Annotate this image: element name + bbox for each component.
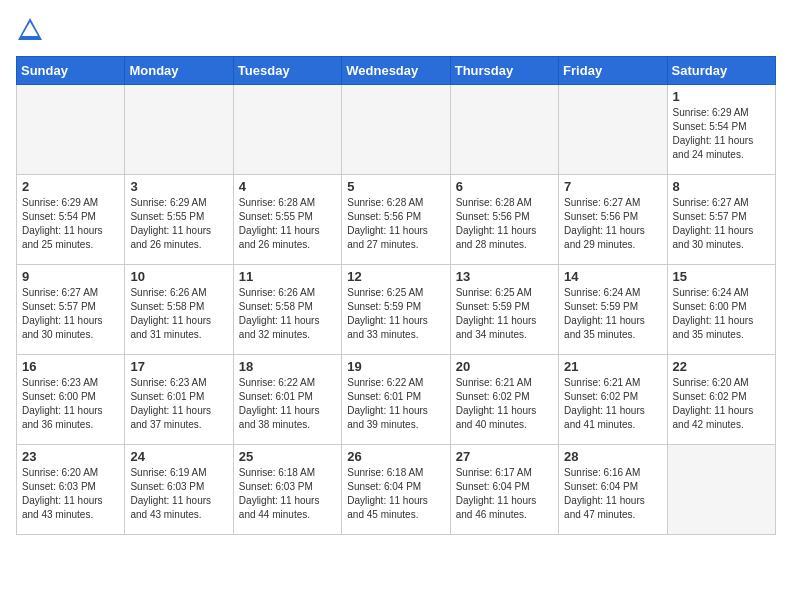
day-header-sunday: Sunday bbox=[17, 57, 125, 85]
day-number: 6 bbox=[456, 179, 553, 194]
day-cell: 7Sunrise: 6:27 AMSunset: 5:56 PMDaylight… bbox=[559, 175, 667, 265]
day-number: 25 bbox=[239, 449, 336, 464]
day-cell: 26Sunrise: 6:18 AMSunset: 6:04 PMDayligh… bbox=[342, 445, 450, 535]
day-cell: 17Sunrise: 6:23 AMSunset: 6:01 PMDayligh… bbox=[125, 355, 233, 445]
day-cell: 19Sunrise: 6:22 AMSunset: 6:01 PMDayligh… bbox=[342, 355, 450, 445]
day-header-wednesday: Wednesday bbox=[342, 57, 450, 85]
day-info: Sunrise: 6:21 AMSunset: 6:02 PMDaylight:… bbox=[456, 376, 553, 432]
day-cell: 15Sunrise: 6:24 AMSunset: 6:00 PMDayligh… bbox=[667, 265, 775, 355]
day-info: Sunrise: 6:25 AMSunset: 5:59 PMDaylight:… bbox=[456, 286, 553, 342]
day-cell: 1Sunrise: 6:29 AMSunset: 5:54 PMDaylight… bbox=[667, 85, 775, 175]
day-number: 2 bbox=[22, 179, 119, 194]
day-cell: 23Sunrise: 6:20 AMSunset: 6:03 PMDayligh… bbox=[17, 445, 125, 535]
empty-cell bbox=[342, 85, 450, 175]
empty-cell bbox=[559, 85, 667, 175]
day-header-monday: Monday bbox=[125, 57, 233, 85]
day-cell: 28Sunrise: 6:16 AMSunset: 6:04 PMDayligh… bbox=[559, 445, 667, 535]
day-cell: 10Sunrise: 6:26 AMSunset: 5:58 PMDayligh… bbox=[125, 265, 233, 355]
day-info: Sunrise: 6:27 AMSunset: 5:56 PMDaylight:… bbox=[564, 196, 661, 252]
day-info: Sunrise: 6:29 AMSunset: 5:54 PMDaylight:… bbox=[673, 106, 770, 162]
day-cell: 12Sunrise: 6:25 AMSunset: 5:59 PMDayligh… bbox=[342, 265, 450, 355]
day-info: Sunrise: 6:17 AMSunset: 6:04 PMDaylight:… bbox=[456, 466, 553, 522]
empty-cell bbox=[233, 85, 341, 175]
empty-cell bbox=[667, 445, 775, 535]
day-number: 19 bbox=[347, 359, 444, 374]
day-number: 10 bbox=[130, 269, 227, 284]
empty-cell bbox=[450, 85, 558, 175]
day-info: Sunrise: 6:28 AMSunset: 5:56 PMDaylight:… bbox=[456, 196, 553, 252]
day-number: 16 bbox=[22, 359, 119, 374]
day-cell: 20Sunrise: 6:21 AMSunset: 6:02 PMDayligh… bbox=[450, 355, 558, 445]
day-number: 18 bbox=[239, 359, 336, 374]
day-info: Sunrise: 6:23 AMSunset: 6:00 PMDaylight:… bbox=[22, 376, 119, 432]
day-number: 17 bbox=[130, 359, 227, 374]
day-cell: 25Sunrise: 6:18 AMSunset: 6:03 PMDayligh… bbox=[233, 445, 341, 535]
day-number: 5 bbox=[347, 179, 444, 194]
day-info: Sunrise: 6:18 AMSunset: 6:03 PMDaylight:… bbox=[239, 466, 336, 522]
day-number: 15 bbox=[673, 269, 770, 284]
day-number: 26 bbox=[347, 449, 444, 464]
day-cell: 3Sunrise: 6:29 AMSunset: 5:55 PMDaylight… bbox=[125, 175, 233, 265]
day-number: 12 bbox=[347, 269, 444, 284]
day-header-friday: Friday bbox=[559, 57, 667, 85]
day-cell: 13Sunrise: 6:25 AMSunset: 5:59 PMDayligh… bbox=[450, 265, 558, 355]
empty-cell bbox=[17, 85, 125, 175]
day-cell: 5Sunrise: 6:28 AMSunset: 5:56 PMDaylight… bbox=[342, 175, 450, 265]
day-number: 22 bbox=[673, 359, 770, 374]
day-info: Sunrise: 6:24 AMSunset: 6:00 PMDaylight:… bbox=[673, 286, 770, 342]
day-info: Sunrise: 6:22 AMSunset: 6:01 PMDaylight:… bbox=[347, 376, 444, 432]
day-info: Sunrise: 6:24 AMSunset: 5:59 PMDaylight:… bbox=[564, 286, 661, 342]
day-number: 11 bbox=[239, 269, 336, 284]
day-number: 13 bbox=[456, 269, 553, 284]
day-info: Sunrise: 6:20 AMSunset: 6:02 PMDaylight:… bbox=[673, 376, 770, 432]
day-info: Sunrise: 6:25 AMSunset: 5:59 PMDaylight:… bbox=[347, 286, 444, 342]
day-cell: 4Sunrise: 6:28 AMSunset: 5:55 PMDaylight… bbox=[233, 175, 341, 265]
day-header-saturday: Saturday bbox=[667, 57, 775, 85]
day-cell: 22Sunrise: 6:20 AMSunset: 6:02 PMDayligh… bbox=[667, 355, 775, 445]
day-cell: 24Sunrise: 6:19 AMSunset: 6:03 PMDayligh… bbox=[125, 445, 233, 535]
day-info: Sunrise: 6:28 AMSunset: 5:55 PMDaylight:… bbox=[239, 196, 336, 252]
logo-icon bbox=[16, 16, 44, 44]
day-number: 20 bbox=[456, 359, 553, 374]
day-cell: 16Sunrise: 6:23 AMSunset: 6:00 PMDayligh… bbox=[17, 355, 125, 445]
day-number: 28 bbox=[564, 449, 661, 464]
day-info: Sunrise: 6:28 AMSunset: 5:56 PMDaylight:… bbox=[347, 196, 444, 252]
day-number: 24 bbox=[130, 449, 227, 464]
day-header-thursday: Thursday bbox=[450, 57, 558, 85]
day-number: 21 bbox=[564, 359, 661, 374]
day-info: Sunrise: 6:21 AMSunset: 6:02 PMDaylight:… bbox=[564, 376, 661, 432]
day-cell: 8Sunrise: 6:27 AMSunset: 5:57 PMDaylight… bbox=[667, 175, 775, 265]
day-cell: 27Sunrise: 6:17 AMSunset: 6:04 PMDayligh… bbox=[450, 445, 558, 535]
day-info: Sunrise: 6:16 AMSunset: 6:04 PMDaylight:… bbox=[564, 466, 661, 522]
calendar-header-row: SundayMondayTuesdayWednesdayThursdayFrid… bbox=[17, 57, 776, 85]
day-number: 7 bbox=[564, 179, 661, 194]
day-info: Sunrise: 6:26 AMSunset: 5:58 PMDaylight:… bbox=[239, 286, 336, 342]
day-info: Sunrise: 6:18 AMSunset: 6:04 PMDaylight:… bbox=[347, 466, 444, 522]
day-cell: 11Sunrise: 6:26 AMSunset: 5:58 PMDayligh… bbox=[233, 265, 341, 355]
day-info: Sunrise: 6:27 AMSunset: 5:57 PMDaylight:… bbox=[673, 196, 770, 252]
calendar-table: SundayMondayTuesdayWednesdayThursdayFrid… bbox=[16, 56, 776, 535]
day-number: 1 bbox=[673, 89, 770, 104]
day-cell: 2Sunrise: 6:29 AMSunset: 5:54 PMDaylight… bbox=[17, 175, 125, 265]
day-cell: 6Sunrise: 6:28 AMSunset: 5:56 PMDaylight… bbox=[450, 175, 558, 265]
day-number: 9 bbox=[22, 269, 119, 284]
day-info: Sunrise: 6:27 AMSunset: 5:57 PMDaylight:… bbox=[22, 286, 119, 342]
day-cell: 14Sunrise: 6:24 AMSunset: 5:59 PMDayligh… bbox=[559, 265, 667, 355]
day-info: Sunrise: 6:29 AMSunset: 5:55 PMDaylight:… bbox=[130, 196, 227, 252]
day-info: Sunrise: 6:23 AMSunset: 6:01 PMDaylight:… bbox=[130, 376, 227, 432]
day-cell: 18Sunrise: 6:22 AMSunset: 6:01 PMDayligh… bbox=[233, 355, 341, 445]
calendar-week-row: 1Sunrise: 6:29 AMSunset: 5:54 PMDaylight… bbox=[17, 85, 776, 175]
day-info: Sunrise: 6:19 AMSunset: 6:03 PMDaylight:… bbox=[130, 466, 227, 522]
logo bbox=[16, 16, 48, 44]
day-header-tuesday: Tuesday bbox=[233, 57, 341, 85]
day-info: Sunrise: 6:22 AMSunset: 6:01 PMDaylight:… bbox=[239, 376, 336, 432]
calendar-week-row: 9Sunrise: 6:27 AMSunset: 5:57 PMDaylight… bbox=[17, 265, 776, 355]
day-number: 14 bbox=[564, 269, 661, 284]
day-info: Sunrise: 6:20 AMSunset: 6:03 PMDaylight:… bbox=[22, 466, 119, 522]
day-cell: 21Sunrise: 6:21 AMSunset: 6:02 PMDayligh… bbox=[559, 355, 667, 445]
day-info: Sunrise: 6:26 AMSunset: 5:58 PMDaylight:… bbox=[130, 286, 227, 342]
day-info: Sunrise: 6:29 AMSunset: 5:54 PMDaylight:… bbox=[22, 196, 119, 252]
day-number: 27 bbox=[456, 449, 553, 464]
day-number: 23 bbox=[22, 449, 119, 464]
day-number: 8 bbox=[673, 179, 770, 194]
